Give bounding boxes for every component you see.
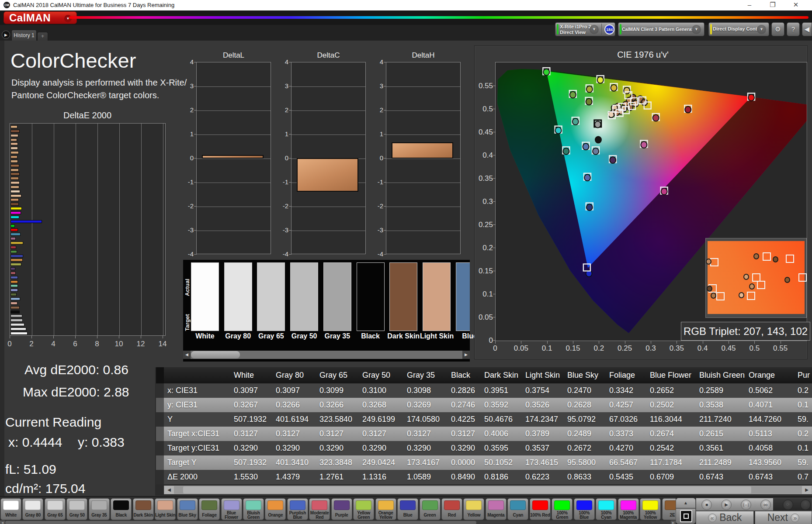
window-title: CalMAN 2018 CalMAN Ultimate for Business… xyxy=(13,2,174,8)
deltae-bar xyxy=(10,284,18,287)
table-cell: 0.3097 xyxy=(272,383,316,398)
table-cell: 0.2489 xyxy=(564,427,606,441)
table-scroll-right-icon[interactable]: ▶ xyxy=(802,486,812,494)
table-cell: 173.4167 xyxy=(403,455,448,470)
patch-scroll-right-icon[interactable]: ▶ xyxy=(671,521,676,524)
patch-button-purple[interactable]: Purple xyxy=(331,498,352,520)
meter-dropdown[interactable]: X-Rite i1Pro 2 Direct View ▼ 184 xyxy=(555,22,615,36)
patch-button-purplish-blue[interactable]: PurplishBlue xyxy=(287,498,308,520)
delta-y-label: -3 xyxy=(370,226,383,234)
reading-cdm2: cd/m²: 175.04 xyxy=(5,481,85,496)
table-cell: 95.0792 xyxy=(564,412,606,427)
patch-button-cyan[interactable]: Cyan xyxy=(507,498,528,520)
patch-button-yellow-green[interactable]: YellowGreen xyxy=(353,498,374,520)
patch-button-100-cyan[interactable]: 100% Cyan xyxy=(596,498,617,520)
table-scroll-thumb[interactable] xyxy=(183,486,751,493)
patch-button-blue[interactable]: Blue xyxy=(397,498,418,520)
next-button[interactable]: Next » xyxy=(755,511,812,524)
close-button[interactable]: ✕ xyxy=(789,1,802,9)
table-cell: 0.5113 xyxy=(745,427,794,441)
table-row-label: Target Y xyxy=(164,455,230,470)
swatch-scroll-right-icon[interactable]: ▶ xyxy=(462,351,470,359)
infinity-button[interactable]: ∞ xyxy=(760,500,771,510)
table-cell: 1.1316 xyxy=(359,470,403,484)
patch-button-blue-sky[interactable]: Blue Sky xyxy=(177,498,198,520)
extra-button[interactable] xyxy=(800,500,811,510)
settings-button[interactable]: ⚙ xyxy=(771,22,784,36)
patch-button-100-green[interactable]: 100% Green xyxy=(552,498,573,520)
calman-logo[interactable]: CalMAN ▼ xyxy=(3,11,77,24)
table-cell: 0.3127 xyxy=(272,427,316,441)
patch-button-white[interactable]: White xyxy=(0,498,21,520)
zoom-inset-area xyxy=(708,241,805,314)
tab-history-1[interactable]: History 1 xyxy=(11,30,37,41)
swatch-scroll-left-icon[interactable]: ◀ xyxy=(183,351,191,359)
patch-button-gray-50[interactable]: Gray 50 xyxy=(66,498,87,520)
display-dropdown-arrow[interactable]: ▼ xyxy=(757,25,766,34)
table-cell: 174.0580 xyxy=(403,412,448,427)
patch-button-yellow[interactable]: Yellow xyxy=(463,498,484,520)
loop-button[interactable]: [↔] xyxy=(741,500,751,510)
patch-button-green[interactable]: Green xyxy=(420,498,441,520)
patch-button-bluish-green[interactable]: BluishGreen xyxy=(243,498,264,520)
play-button[interactable]: ▶ xyxy=(721,500,732,510)
meter-name: X-Rite i1Pro 2 xyxy=(560,24,591,29)
meter-dropdown-arrow[interactable]: ▼ xyxy=(590,25,599,34)
patch-button-red[interactable]: Red xyxy=(441,498,462,520)
patch-button-gray-65[interactable]: Gray 65 xyxy=(45,498,66,520)
deltae-bar xyxy=(10,216,19,219)
patch-button-100-blue[interactable]: 100% Blue xyxy=(574,498,595,520)
patch-button-foliage[interactable]: Foliage xyxy=(199,498,220,520)
table-cell: 0.3268 xyxy=(359,398,403,412)
strip-up-button[interactable]: ▲ xyxy=(676,498,696,508)
help-button[interactable]: ? xyxy=(787,22,800,36)
patch-button-black[interactable]: Black xyxy=(111,498,132,520)
swatch-scroll-thumb[interactable] xyxy=(191,351,240,359)
delta-y-label: 0 xyxy=(370,154,383,162)
patch-button-100-red[interactable]: 100% Red xyxy=(530,498,551,520)
patch-button-dark-skin[interactable]: Dark Skin xyxy=(133,498,154,520)
table-cell: 0.3561 xyxy=(696,441,745,455)
patch-button-100-magenta[interactable]: 100% Magenta xyxy=(618,498,639,520)
title-bar: CM CalMAN 2018 CalMAN Ultimate for Busin… xyxy=(0,0,812,10)
patch-button-light-skin[interactable]: Light Skin xyxy=(155,498,176,520)
table-scrollbar[interactable]: ◀ ▶ xyxy=(164,486,812,494)
back-button[interactable]: « Back xyxy=(696,511,754,524)
patch-button-moderate-red[interactable]: ModerateRed xyxy=(309,498,330,520)
deltae-bar xyxy=(10,302,17,305)
tab-nav-button[interactable]: ▶ xyxy=(2,31,10,39)
patch-button-label: BluishGreen xyxy=(243,510,264,520)
deltae-bar xyxy=(10,190,20,193)
collapse-icon: ◀ xyxy=(805,25,810,33)
patch-button-gray-80[interactable]: Gray 80 xyxy=(22,498,43,520)
pattern-dropdown-arrow[interactable]: ▼ xyxy=(692,25,701,34)
delta-y-label: -1 xyxy=(275,178,288,186)
patch-swatch xyxy=(191,262,219,331)
patch-button-orange-yellow[interactable]: OrangeYellow xyxy=(375,498,396,520)
patch-button-gray-35[interactable]: Gray 35 xyxy=(89,498,110,520)
pattern-generator-dropdown[interactable]: CalMAN Client 3 Pattern Generator ▼ xyxy=(618,22,704,36)
swatch-scrollbar[interactable]: ◀ ▶ xyxy=(183,351,470,359)
patch-scroll-left-icon[interactable]: ◀ xyxy=(0,521,5,524)
stop-button[interactable]: ■ xyxy=(701,500,712,510)
meter-badge[interactable]: 184 xyxy=(604,24,614,34)
minimize-button[interactable]: – xyxy=(743,1,756,8)
patch-scrollbar[interactable]: ◀ ▶ xyxy=(0,521,676,524)
delta-y-label: -2 xyxy=(275,202,288,210)
patch-scroll-thumb[interactable] xyxy=(5,521,476,524)
collapse-button[interactable]: ◀ xyxy=(802,22,812,36)
patch-button-label: Yellow xyxy=(463,510,484,520)
restore-button[interactable]: ❐ xyxy=(766,1,779,9)
patch-button-100-yellow[interactable]: 100% Yellow xyxy=(640,498,661,520)
patch-button-magenta[interactable]: Magenta xyxy=(486,498,507,520)
patch-button-label: BlueFlower xyxy=(221,510,242,520)
tab-add[interactable]: + xyxy=(37,32,48,41)
page-title: ColorChecker xyxy=(10,48,136,72)
table-scroll-left-icon[interactable]: ◀ xyxy=(164,486,174,494)
patch-button-orange[interactable]: Orange xyxy=(265,498,286,520)
patch-button-blue-flower[interactable]: BlueFlower xyxy=(221,498,242,520)
display-control-dropdown[interactable]: Direct Display Control ▼ xyxy=(708,22,769,36)
pattern-window-button[interactable] xyxy=(676,508,696,524)
refresh-button[interactable]: ⟳ xyxy=(783,500,793,510)
patch-button-label: Blue xyxy=(397,510,418,520)
